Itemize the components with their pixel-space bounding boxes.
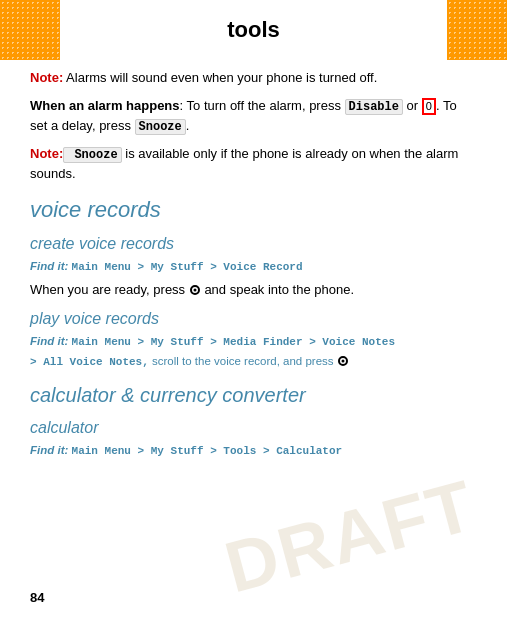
find3-path: Main Menu > My Stuff > Tools > Calculato… <box>72 445 343 457</box>
find2-body-text: scroll to the voice record, and press <box>152 355 334 367</box>
find3-label: Find it: <box>30 444 68 456</box>
alarm-heading: When an alarm happens <box>30 98 180 113</box>
find2-path2: > All Voice Notes, <box>30 356 149 368</box>
section-voice-records: voice records <box>30 193 477 226</box>
top-bar: tools <box>0 0 507 60</box>
snooze-button-label: Snooze <box>135 119 186 135</box>
find-it-2b: > All Voice Notes, scroll to the voice r… <box>30 353 477 371</box>
sub-play-voice-records: play voice records <box>30 307 477 331</box>
find-it-1: Find it: Main Menu > My Stuff > Voice Re… <box>30 258 477 276</box>
note2-paragraph: Note: Snooze is available only if the ph… <box>30 144 477 184</box>
main-content: Note: Alarms will sound even when your p… <box>0 60 507 474</box>
find1-label: Find it: <box>30 260 68 272</box>
find2-label: Find it: <box>30 335 68 347</box>
find-it-2: Find it: Main Menu > My Stuff > Media Fi… <box>30 333 477 351</box>
note2-label: Note: <box>30 146 63 161</box>
alarm-paragraph: When an alarm happens: To turn off the a… <box>30 96 477 136</box>
center-dot-1 <box>190 285 200 295</box>
find1-body-text: When you are ready, press <box>30 282 185 297</box>
note1-text: Alarms will sound even when your phone i… <box>63 70 377 85</box>
top-bar-left-orange <box>0 0 60 60</box>
note2-snooze: Snooze <box>63 147 121 163</box>
dot-grid-left <box>0 0 60 60</box>
alarm-or: or <box>403 98 422 113</box>
alarm-period: . <box>186 118 190 133</box>
sub-calculator: calculator <box>30 416 477 440</box>
page-number: 84 <box>30 590 44 605</box>
draft-watermark: DRAFT <box>217 464 484 609</box>
sub-create-voice-records: create voice records <box>30 232 477 256</box>
alarm-red-box: 0 <box>422 98 436 115</box>
section-calculator: calculator & currency converter <box>30 380 477 410</box>
page-title: tools <box>227 17 280 43</box>
disable-button-label: Disable <box>345 99 403 115</box>
alarm-colon-text: : To turn off the alarm, press <box>180 98 345 113</box>
find1-path: Main Menu > My Stuff > Voice Record <box>72 261 303 273</box>
top-bar-right-orange <box>447 0 507 60</box>
find1-body2-text: and speak into the phone. <box>204 282 354 297</box>
note1-label: Note: <box>30 70 63 85</box>
note1-paragraph: Note: Alarms will sound even when your p… <box>30 68 477 88</box>
find2-path: Main Menu > My Stuff > Media Finder > Vo… <box>72 336 395 348</box>
create-voice-body: When you are ready, press and speak into… <box>30 280 477 300</box>
dot-grid-right <box>447 0 507 60</box>
center-dot-2 <box>338 356 348 366</box>
find-it-3: Find it: Main Menu > My Stuff > Tools > … <box>30 442 477 460</box>
